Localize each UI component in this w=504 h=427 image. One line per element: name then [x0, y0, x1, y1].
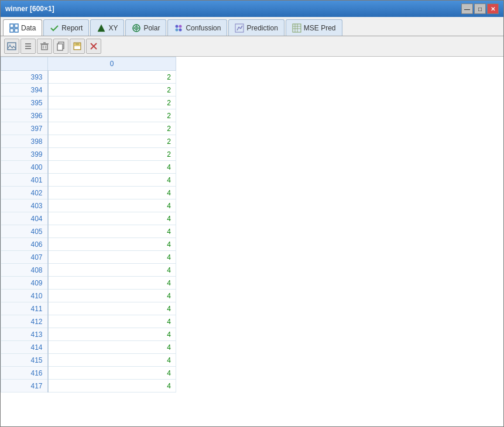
image-icon: [7, 42, 16, 51]
toolbar-copy-button[interactable]: [53, 39, 68, 54]
cell-row-index: 406: [1, 238, 48, 251]
table-row: 4044: [1, 212, 176, 225]
table-row: 4124: [1, 315, 176, 328]
toolbar-save-button[interactable]: [70, 39, 85, 54]
confussion-icon: [174, 23, 183, 33]
titlebar-buttons: — □ ✕: [461, 4, 499, 14]
cell-row-index: 400: [1, 161, 48, 174]
tab-xy[interactable]: XY: [90, 19, 124, 36]
svg-point-12: [179, 28, 182, 31]
svg-rect-33: [57, 44, 63, 50]
cell-row-index: 402: [1, 187, 48, 199]
cell-row-index: 399: [1, 148, 48, 161]
svg-rect-3: [15, 29, 18, 32]
cell-row-index: 412: [1, 315, 48, 328]
tab-data[interactable]: Data: [3, 19, 42, 36]
tab-prediction[interactable]: Prediction: [228, 19, 284, 36]
toolbar-list-button[interactable]: [20, 39, 36, 54]
minimize-button[interactable]: —: [461, 4, 473, 14]
polar-icon: [132, 23, 141, 33]
toolbar: [1, 36, 503, 57]
cell-row-index: 398: [1, 135, 48, 148]
cell-value: 4: [48, 251, 176, 264]
data-table-wrapper[interactable]: 0 39323942395239623972398239924004401440…: [1, 57, 503, 426]
toolbar-image-button[interactable]: [4, 39, 19, 54]
cell-value: 4: [48, 302, 176, 315]
cell-row-index: 409: [1, 277, 48, 290]
tab-prediction-label: Prediction: [246, 24, 277, 32]
cell-row-index: 410: [1, 290, 48, 302]
svg-rect-22: [8, 43, 16, 50]
cell-value: 2: [48, 148, 176, 161]
table-row: 3952: [1, 97, 176, 109]
svg-rect-35: [76, 43, 79, 45]
tab-polar-label: Polar: [143, 24, 160, 32]
table-row: 4064: [1, 238, 176, 251]
cell-value: 4: [48, 315, 176, 328]
table-row: 4144: [1, 341, 176, 354]
cell-value: 4: [48, 264, 176, 277]
mse-icon: [292, 23, 301, 33]
svg-point-9: [176, 25, 179, 27]
table-row: 3962: [1, 109, 176, 122]
window-title: winner [600×1]: [5, 5, 54, 13]
cell-value: 4: [48, 380, 176, 392]
toolbar-delete-button[interactable]: [37, 39, 52, 54]
table-row: 4094: [1, 277, 176, 290]
cell-row-index: 401: [1, 174, 48, 187]
table-row: 4084: [1, 264, 176, 277]
cell-value: 4: [48, 341, 176, 354]
cell-row-index: 416: [1, 367, 48, 380]
table-row: 3992: [1, 148, 176, 161]
table-row: 4074: [1, 251, 176, 264]
cell-value: 4: [48, 354, 176, 367]
cell-value: 4: [48, 187, 176, 199]
svg-rect-2: [10, 29, 13, 32]
table-row: 4054: [1, 225, 176, 238]
cell-row-index: 407: [1, 251, 48, 264]
table-row: 3942: [1, 84, 176, 97]
table-row: 4154: [1, 354, 176, 367]
table-row: 4114: [1, 302, 176, 315]
maximize-button[interactable]: □: [474, 4, 486, 14]
svg-marker-4: [98, 25, 105, 32]
cell-row-index: 405: [1, 225, 48, 238]
cell-row-index: 396: [1, 109, 48, 122]
cell-value: 4: [48, 199, 176, 212]
svg-line-14: [237, 27, 239, 30]
cell-value: 2: [48, 109, 176, 122]
xy-icon: [97, 23, 106, 33]
cell-row-index: 411: [1, 302, 48, 315]
svg-point-11: [176, 28, 179, 31]
cell-value: 4: [48, 277, 176, 290]
svg-point-10: [179, 25, 182, 27]
toolbar-close-button[interactable]: [86, 39, 101, 54]
table-row: 4104: [1, 290, 176, 302]
data-table-container: 0 39323942395239623972398239924004401440…: [1, 57, 503, 426]
cell-value: 4: [48, 174, 176, 187]
cell-value: 4: [48, 328, 176, 341]
tab-report[interactable]: Report: [43, 19, 89, 36]
cell-row-index: 393: [1, 71, 48, 84]
table-row: 4024: [1, 187, 176, 199]
content-area: 0 39323942395239623972398239924004401440…: [1, 57, 503, 426]
cell-row-index: 415: [1, 354, 48, 367]
table-row: 3932: [1, 71, 176, 84]
cell-value: 2: [48, 122, 176, 135]
table-row: 4004: [1, 161, 176, 174]
table-row: 3972: [1, 122, 176, 135]
tab-confussion[interactable]: Confussion: [167, 19, 227, 36]
col-index-header: [1, 57, 48, 71]
tab-polar[interactable]: Polar: [125, 19, 166, 36]
cell-value: 4: [48, 367, 176, 380]
svg-rect-0: [10, 24, 13, 27]
table-row: 4014: [1, 174, 176, 187]
tab-mse-pred-label: MSE Pred: [304, 24, 336, 32]
close-x-icon: [89, 42, 98, 51]
svg-rect-36: [74, 46, 80, 49]
tab-mse-pred[interactable]: MSE Pred: [286, 19, 342, 36]
titlebar: winner [600×1] — □ ✕: [1, 1, 503, 17]
cell-value: 4: [48, 212, 176, 225]
close-button[interactable]: ✕: [487, 4, 499, 14]
tab-report-label: Report: [61, 24, 83, 32]
